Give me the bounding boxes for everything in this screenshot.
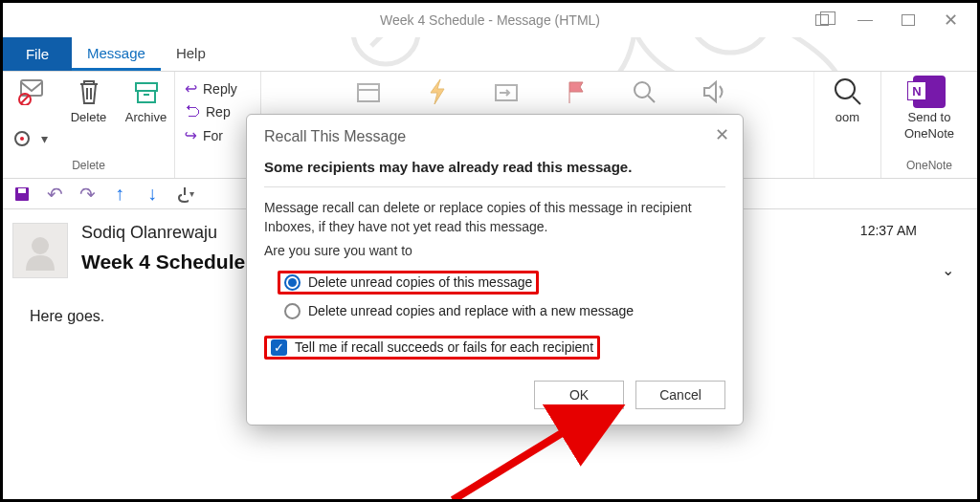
dialog-prompt: Are you sure you want to [264,242,725,261]
close-icon[interactable]: ✕ [944,10,958,31]
dialog-heading: Some recipients may have already read th… [264,159,725,175]
file-tab[interactable]: File [3,37,72,71]
checkbox-icon: ✓ [271,339,287,356]
sender-name: Sodiq Olanrewaju [81,223,245,243]
next-arrow-icon[interactable]: ↓ [143,185,162,204]
trash-icon [73,76,105,108]
reply-button[interactable]: ↩Reply [185,79,237,98]
message-subject: Week 4 Schedule [81,251,245,273]
maximize-icon[interactable] [902,14,915,26]
svg-rect-8 [138,91,155,102]
svg-rect-12 [358,84,379,101]
zoom-icon [832,76,864,108]
svg-point-15 [635,82,650,98]
svg-line-16 [648,96,655,102]
option-tell-me-result[interactable]: ✓ Tell me if recall succeeds or fails fo… [264,336,600,360]
expand-header-icon[interactable]: ⌄ [942,261,954,279]
flag-icon [559,76,591,108]
delete-group-label: Delete [72,159,105,176]
svg-line-18 [853,97,860,104]
window-title: Week 4 Schedule - Message (HTML) [380,12,600,28]
undo-icon[interactable]: ↶ [45,185,64,204]
titlebar: Week 4 Schedule - Message (HTML) ✕ [3,3,977,37]
dialog-title: Recall This Message [264,128,725,145]
touch-mode-icon[interactable]: ▾ [175,185,194,204]
reply-all-button[interactable]: ⮌Rep [185,103,237,120]
zoom-button[interactable]: oom [826,76,870,124]
ok-button[interactable]: OK [534,381,624,409]
lightning-icon [421,76,454,108]
recall-message-dialog: ✕ Recall This Message Some recipients ma… [246,114,744,426]
svg-point-11 [20,137,24,141]
option-delete-unread[interactable]: Delete unread copies of this message [278,271,539,295]
redo-icon[interactable]: ↷ [78,185,97,204]
help-tab[interactable]: Help [161,37,221,71]
svg-rect-20 [18,188,26,193]
archive-label: Archive [125,110,167,124]
radio-icon [284,303,301,319]
read-aloud-button[interactable] [691,76,735,108]
message-time: 12:37 AM [860,223,917,238]
find-button[interactable] [622,76,666,108]
message-tab[interactable]: Message [72,37,161,71]
save-icon[interactable] [12,185,32,204]
cancel-button[interactable]: Cancel [635,381,725,409]
svg-line-22 [453,418,587,500]
avatar [12,223,68,278]
calendar-icon [352,76,385,108]
svg-point-17 [835,79,855,98]
delete-button[interactable]: Delete [67,76,111,124]
search-icon [628,76,660,108]
send-to-onenote-button[interactable]: Send to OneNote [904,76,954,141]
svg-line-6 [21,96,29,103]
archive-button[interactable]: Archive [124,76,168,124]
dialog-explanation: Message recall can delete or replace cop… [264,199,725,236]
quick-steps-button[interactable] [346,76,390,108]
svg-rect-7 [136,83,157,91]
minimize-icon[interactable] [858,20,873,21]
delete-label: Delete [71,110,107,124]
move-button[interactable] [484,76,528,108]
restore-up-icon[interactable] [815,14,829,26]
ribbon-tabs: File Message Help [3,37,977,72]
option-delete-replace[interactable]: Delete unread copies and replace with a … [280,302,725,320]
svg-point-21 [32,237,49,254]
archive-icon [130,76,163,108]
speaker-icon [697,76,729,108]
ignore-button[interactable] [10,76,54,108]
quick-action-button[interactable] [415,76,459,108]
onenote-group-label: OneNote [906,159,952,176]
ignore-icon [15,76,48,108]
zoom-label: oom [835,110,859,124]
dialog-close-icon[interactable]: ✕ [715,124,729,145]
junk-icon[interactable] [14,130,35,147]
forward-button[interactable]: ↩For [185,126,237,144]
tags-button[interactable] [553,76,597,108]
radio-icon [284,274,301,291]
onenote-icon [913,76,946,108]
dialog-divider [264,186,725,187]
prev-arrow-icon[interactable]: ↑ [110,185,129,204]
move-folder-icon [490,76,523,108]
